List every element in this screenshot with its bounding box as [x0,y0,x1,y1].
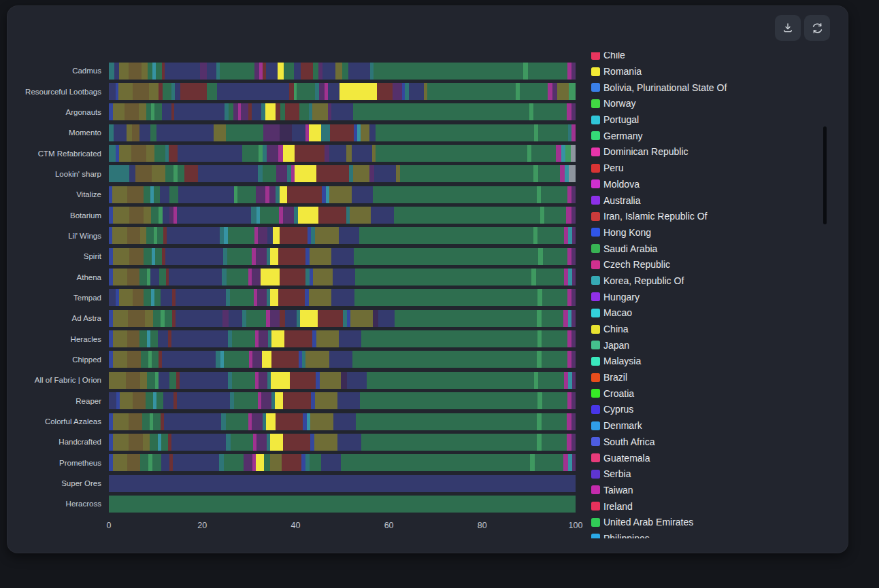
bar-segment[interactable] [569,165,576,182]
bar-segment[interactable] [230,289,254,306]
bar-segment[interactable] [523,63,528,80]
bar-segment[interactable] [198,165,258,182]
legend-item[interactable]: Brazil [591,369,819,385]
bar-segment[interactable] [207,63,216,80]
bar-segment[interactable] [331,289,355,306]
bar-segment[interactable] [542,413,567,430]
bar-segment[interactable] [365,434,537,451]
bar-segment[interactable] [158,330,168,347]
bar-segment[interactable] [246,310,265,327]
bar-segment[interactable] [357,248,538,265]
bar-segment[interactable] [361,124,369,141]
bar-segment[interactable] [397,207,540,224]
bar-segment[interactable] [156,63,163,80]
bar-segment[interactable] [150,434,158,451]
bar-segment[interactable] [571,289,576,306]
bar-segment[interactable] [231,434,254,451]
bar-segment[interactable] [350,207,371,224]
bar-segment[interactable] [254,63,259,80]
bar-segment[interactable] [565,145,571,162]
bar-segment[interactable] [161,454,170,471]
bar-segment[interactable] [542,351,567,368]
bar-segment[interactable] [571,434,576,451]
bar-segment[interactable] [339,227,359,244]
bar-segment[interactable] [376,124,535,141]
bar-segment[interactable] [227,248,252,265]
bar-segment[interactable] [322,63,335,80]
bar-segment[interactable] [542,434,567,451]
bar-segment[interactable] [571,310,576,327]
bar-segment[interactable] [119,289,133,306]
bar-segment[interactable] [140,372,148,389]
bar-segment[interactable] [256,186,265,203]
bar-segment[interactable] [154,289,161,306]
bar-segment[interactable] [538,165,560,182]
bar-segment[interactable] [221,413,226,430]
bar-segment[interactable] [228,227,254,244]
bar-segment[interactable] [534,372,539,389]
bar-segment[interactable] [152,454,161,471]
bar-segment[interactable] [363,227,533,244]
bar-segment[interactable] [114,124,126,141]
bar-segment[interactable] [290,372,316,389]
bar-segment[interactable] [572,372,576,389]
bar-segment[interactable] [309,124,321,141]
bar-segment[interactable] [139,124,150,141]
bar-segment[interactable] [169,372,176,389]
bar-segment[interactable] [109,83,116,100]
refresh-button[interactable] [804,15,830,41]
bar-segment[interactable] [129,434,143,451]
bar-segment[interactable] [427,83,516,100]
bar-segment[interactable] [333,269,355,286]
legend-item[interactable]: Hungary [591,289,819,305]
bar-segment[interactable] [542,392,567,409]
bar-segment[interactable] [353,165,369,182]
bar-segment[interactable] [153,413,161,430]
legend-item[interactable]: Macao [591,305,819,322]
bar-segment[interactable] [150,124,156,141]
bar-segment[interactable] [147,372,155,389]
bar-segment[interactable] [129,63,142,80]
bar-segment[interactable] [572,227,576,244]
bar-segment[interactable] [270,289,278,306]
bar-segment[interactable] [571,124,576,141]
bar-segment[interactable] [226,434,231,451]
bar-segment[interactable] [530,454,535,471]
bar-segment[interactable] [571,248,576,265]
bar-segment[interactable] [120,392,133,409]
bar-segment[interactable] [165,165,173,182]
bar-segment[interactable] [142,413,150,430]
bar-segment[interactable] [280,103,285,120]
bar-segment[interactable] [129,413,142,430]
bar-segment[interactable] [219,454,224,471]
bar-segment[interactable] [162,103,171,120]
bar-segment[interactable] [261,392,271,409]
bar-segment[interactable] [567,351,572,368]
bar-segment[interactable] [127,227,140,244]
bar-segment[interactable] [217,83,289,100]
bar-segment[interactable] [337,392,360,409]
bar-segment[interactable] [152,165,165,182]
bar-segment[interactable] [146,227,153,244]
bar-segment[interactable] [167,227,220,244]
bar-segment[interactable] [275,392,283,409]
bar-segment[interactable] [300,310,318,327]
bar-segment[interactable] [113,454,127,471]
bar-segment[interactable] [347,372,367,389]
bar-segment[interactable] [571,63,576,80]
bar-segment[interactable] [159,83,163,100]
bar-segment[interactable] [256,454,265,471]
legend-item[interactable]: South Africa [591,434,819,450]
bar-segment[interactable] [252,413,262,430]
bar-segment[interactable] [567,434,571,451]
bar-segment[interactable] [244,454,252,471]
legend-item[interactable]: Norway [591,96,819,112]
legend-scrollbar-thumb[interactable] [823,126,827,224]
bar-segment[interactable] [263,165,276,182]
bar-segment[interactable] [284,63,294,80]
bar-segment[interactable] [109,475,576,492]
bar-segment[interactable] [109,124,114,141]
bar-segment[interactable] [146,392,154,409]
bar-segment[interactable] [278,289,305,306]
bar-segment[interactable] [270,434,283,451]
